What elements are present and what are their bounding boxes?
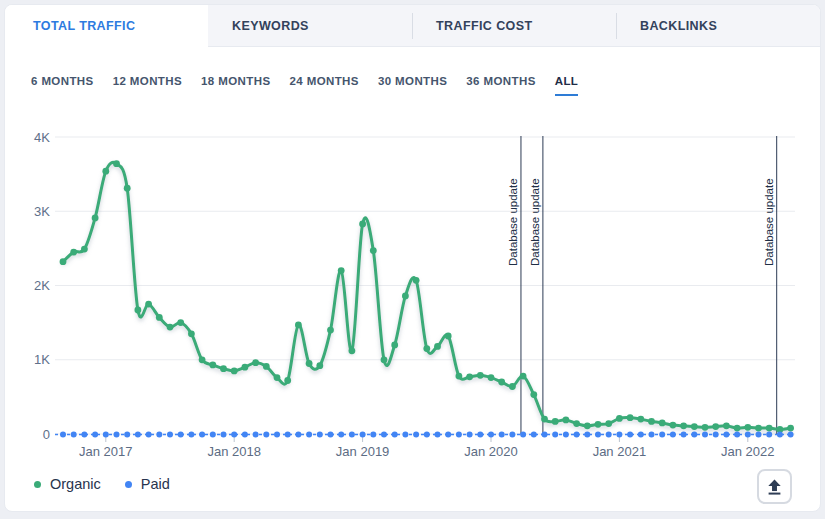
organic-point xyxy=(263,363,270,370)
organic-point xyxy=(177,319,184,326)
organic-point xyxy=(595,421,602,428)
legend-item-paid[interactable]: Paid xyxy=(125,476,170,492)
organic-point xyxy=(488,374,495,381)
paid-point xyxy=(563,432,569,438)
y-tick-label: 0 xyxy=(43,427,50,442)
paid-point xyxy=(81,432,87,438)
organic-series xyxy=(60,160,794,433)
legend-item-organic[interactable]: Organic xyxy=(34,476,101,492)
organic-point xyxy=(402,293,409,300)
organic-point xyxy=(509,383,516,390)
paid-point xyxy=(606,432,612,438)
organic-point xyxy=(199,356,206,363)
organic-point xyxy=(734,425,741,432)
paid-point xyxy=(542,432,548,438)
organic-point xyxy=(766,425,773,432)
organic-point xyxy=(691,423,698,430)
organic-point xyxy=(188,330,195,337)
paid-point xyxy=(114,432,120,438)
organic-point xyxy=(434,343,441,350)
y-tick-label: 3K xyxy=(34,204,50,219)
paid-point xyxy=(392,432,398,438)
paid-point xyxy=(92,432,98,438)
paid-point xyxy=(60,432,66,438)
organic-point xyxy=(306,360,313,367)
paid-point xyxy=(328,432,334,438)
x-tick-label: Jan 2019 xyxy=(336,444,390,459)
organic-point xyxy=(723,422,730,429)
paid-point xyxy=(649,432,655,438)
organic-point xyxy=(573,420,580,427)
paid-point xyxy=(317,432,323,438)
legend-organic-label: Organic xyxy=(50,476,101,492)
organic-point xyxy=(563,417,570,424)
organic-point xyxy=(413,277,420,284)
paid-point xyxy=(295,432,301,438)
organic-point xyxy=(477,372,484,379)
organic-point xyxy=(70,249,77,256)
y-tick-label: 4K xyxy=(34,130,50,145)
organic-point xyxy=(445,333,452,340)
organic-point xyxy=(702,424,709,431)
organic-point xyxy=(113,160,120,167)
organic-point xyxy=(648,418,655,425)
organic-point xyxy=(327,327,334,334)
organic-point xyxy=(584,422,591,429)
organic-point xyxy=(637,416,644,423)
paid-point xyxy=(338,432,344,438)
paid-point xyxy=(71,432,77,438)
paid-point xyxy=(156,432,162,438)
paid-point xyxy=(178,432,184,438)
paid-point xyxy=(103,432,109,438)
paid-point xyxy=(488,432,494,438)
paid-point xyxy=(713,432,719,438)
paid-point xyxy=(135,432,141,438)
upload-icon xyxy=(765,477,784,496)
paid-point xyxy=(285,432,291,438)
x-tick-label: Jan 2020 xyxy=(464,444,518,459)
organic-point xyxy=(81,246,88,253)
organic-point xyxy=(92,215,99,222)
paid-point xyxy=(253,432,259,438)
x-axis-labels: Jan 2017Jan 2018Jan 2019Jan 2020Jan 2021… xyxy=(79,436,775,459)
x-tick-label: Jan 2021 xyxy=(593,444,647,459)
paid-point xyxy=(499,432,505,438)
paid-point xyxy=(413,432,419,438)
paid-point xyxy=(552,432,558,438)
organic-point xyxy=(787,425,794,432)
paid-point xyxy=(381,432,387,438)
organic-point xyxy=(359,221,366,228)
organic-point xyxy=(498,379,505,386)
organic-point xyxy=(145,301,152,308)
organic-point xyxy=(349,347,356,354)
organic-point xyxy=(755,425,762,432)
paid-point xyxy=(670,432,676,438)
x-tick-label: Jan 2022 xyxy=(721,444,775,459)
database-update-label: Database update xyxy=(507,178,519,266)
database-update-label: Database update xyxy=(529,178,541,266)
organic-point xyxy=(274,374,281,381)
paid-point xyxy=(531,432,537,438)
paid-point xyxy=(124,432,130,438)
paid-point xyxy=(616,432,622,438)
grid xyxy=(55,137,795,434)
paid-point xyxy=(509,432,515,438)
organic-point xyxy=(102,168,109,175)
paid-point xyxy=(188,432,194,438)
organic-point xyxy=(220,365,227,372)
paid-point xyxy=(574,432,580,438)
paid-point xyxy=(788,432,794,438)
paid-point xyxy=(467,432,473,438)
paid-point xyxy=(638,432,644,438)
organic-point xyxy=(520,373,527,380)
paid-point xyxy=(766,432,772,438)
paid-point xyxy=(242,432,248,438)
paid-point xyxy=(627,432,633,438)
export-button[interactable] xyxy=(757,469,792,504)
organic-line xyxy=(63,162,791,429)
organic-point xyxy=(659,420,666,427)
paid-point xyxy=(231,432,237,438)
paid-point xyxy=(221,432,227,438)
paid-point xyxy=(734,432,740,438)
x-tick-label: Jan 2018 xyxy=(207,444,261,459)
